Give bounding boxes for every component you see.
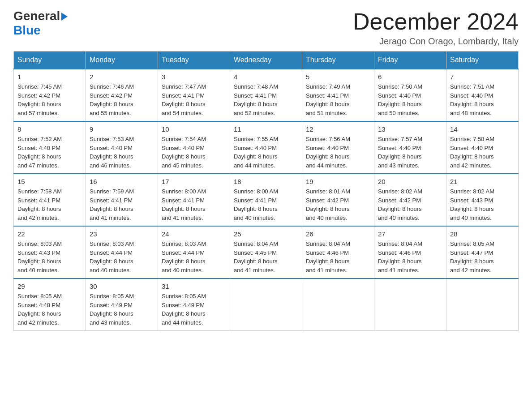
day-info: Sunrise: 8:02 AM Sunset: 4:43 PM Dayligh…	[450, 187, 515, 222]
calendar-cell: 10 Sunrise: 7:54 AM Sunset: 4:40 PM Dayl…	[158, 121, 230, 174]
location-subtitle: Jerago Con Orago, Lombardy, Italy	[353, 36, 519, 47]
day-info: Sunrise: 8:01 AM Sunset: 4:42 PM Dayligh…	[306, 187, 370, 222]
calendar-cell: 7 Sunrise: 7:51 AM Sunset: 4:40 PM Dayli…	[446, 69, 519, 121]
calendar-cell	[230, 278, 302, 331]
calendar-cell: 26 Sunrise: 8:04 AM Sunset: 4:46 PM Dayl…	[302, 226, 374, 278]
day-info: Sunrise: 7:55 AM Sunset: 4:40 PM Dayligh…	[234, 135, 298, 170]
calendar-cell: 19 Sunrise: 8:01 AM Sunset: 4:42 PM Dayl…	[302, 174, 374, 226]
day-info: Sunrise: 7:45 AM Sunset: 4:42 PM Dayligh…	[17, 82, 82, 117]
day-info: Sunrise: 7:49 AM Sunset: 4:41 PM Dayligh…	[306, 82, 370, 117]
day-info: Sunrise: 7:58 AM Sunset: 4:40 PM Dayligh…	[450, 135, 515, 170]
calendar-cell: 21 Sunrise: 8:02 AM Sunset: 4:43 PM Dayl…	[446, 174, 519, 226]
calendar-cell	[446, 278, 519, 331]
title-section: December 2024 Jerago Con Orago, Lombardy…	[353, 9, 519, 47]
day-info: Sunrise: 8:03 AM Sunset: 4:44 PM Dayligh…	[162, 240, 226, 274]
day-number: 11	[234, 125, 298, 133]
weekday-header-thursday: Thursday	[302, 51, 374, 69]
day-info: Sunrise: 7:56 AM Sunset: 4:40 PM Dayligh…	[306, 135, 370, 170]
calendar-week-row: 8 Sunrise: 7:52 AM Sunset: 4:40 PM Dayli…	[14, 121, 519, 174]
day-number: 5	[306, 73, 370, 81]
day-number: 17	[162, 178, 226, 185]
calendar-cell: 9 Sunrise: 7:53 AM Sunset: 4:40 PM Dayli…	[86, 121, 158, 174]
day-number: 20	[378, 178, 442, 185]
logo: General Blue	[13, 9, 68, 38]
weekday-header-sunday: Sunday	[14, 51, 86, 69]
day-number: 1	[17, 73, 82, 81]
calendar-table: SundayMondayTuesdayWednesdayThursdayFrid…	[13, 51, 519, 331]
day-number: 21	[450, 178, 515, 185]
day-number: 12	[306, 125, 370, 133]
day-info: Sunrise: 8:03 AM Sunset: 4:43 PM Dayligh…	[17, 240, 82, 274]
day-number: 19	[306, 178, 370, 185]
day-info: Sunrise: 7:57 AM Sunset: 4:40 PM Dayligh…	[378, 135, 442, 170]
calendar-cell: 25 Sunrise: 8:04 AM Sunset: 4:45 PM Dayl…	[230, 226, 302, 278]
day-info: Sunrise: 8:04 AM Sunset: 4:46 PM Dayligh…	[378, 240, 442, 274]
day-number: 16	[90, 178, 154, 185]
day-number: 8	[17, 125, 82, 133]
calendar-cell	[374, 278, 446, 331]
weekday-header-tuesday: Tuesday	[158, 51, 230, 69]
calendar-week-row: 1 Sunrise: 7:45 AM Sunset: 4:42 PM Dayli…	[14, 69, 519, 121]
day-info: Sunrise: 7:59 AM Sunset: 4:41 PM Dayligh…	[90, 187, 154, 222]
day-info: Sunrise: 7:48 AM Sunset: 4:41 PM Dayligh…	[234, 82, 298, 117]
day-number: 24	[162, 230, 226, 238]
day-number: 15	[17, 178, 82, 185]
calendar-cell: 30 Sunrise: 8:05 AM Sunset: 4:49 PM Dayl…	[86, 278, 158, 331]
weekday-header-saturday: Saturday	[446, 51, 519, 69]
day-info: Sunrise: 7:51 AM Sunset: 4:40 PM Dayligh…	[450, 82, 515, 117]
day-number: 31	[162, 283, 226, 290]
weekday-header-wednesday: Wednesday	[230, 51, 302, 69]
calendar-cell: 27 Sunrise: 8:04 AM Sunset: 4:46 PM Dayl…	[374, 226, 446, 278]
day-number: 30	[90, 283, 154, 290]
calendar-cell: 18 Sunrise: 8:00 AM Sunset: 4:41 PM Dayl…	[230, 174, 302, 226]
weekday-header-monday: Monday	[86, 51, 158, 69]
day-info: Sunrise: 7:46 AM Sunset: 4:42 PM Dayligh…	[90, 82, 154, 117]
calendar-cell: 3 Sunrise: 7:47 AM Sunset: 4:41 PM Dayli…	[158, 69, 230, 121]
calendar-week-row: 29 Sunrise: 8:05 AM Sunset: 4:48 PM Dayl…	[14, 278, 519, 331]
day-number: 26	[306, 230, 370, 238]
logo-general-text: General	[13, 9, 60, 23]
calendar-cell: 14 Sunrise: 7:58 AM Sunset: 4:40 PM Dayl…	[446, 121, 519, 174]
day-number: 22	[17, 230, 82, 238]
day-info: Sunrise: 7:54 AM Sunset: 4:40 PM Dayligh…	[162, 135, 226, 170]
day-info: Sunrise: 7:53 AM Sunset: 4:40 PM Dayligh…	[90, 135, 154, 170]
day-info: Sunrise: 8:00 AM Sunset: 4:41 PM Dayligh…	[162, 187, 226, 222]
calendar-cell	[302, 278, 374, 331]
day-info: Sunrise: 8:03 AM Sunset: 4:44 PM Dayligh…	[90, 240, 154, 274]
day-info: Sunrise: 7:58 AM Sunset: 4:41 PM Dayligh…	[17, 187, 82, 222]
calendar-cell: 29 Sunrise: 8:05 AM Sunset: 4:48 PM Dayl…	[14, 278, 86, 331]
day-info: Sunrise: 8:04 AM Sunset: 4:46 PM Dayligh…	[306, 240, 370, 274]
day-info: Sunrise: 7:50 AM Sunset: 4:40 PM Dayligh…	[378, 82, 442, 117]
day-info: Sunrise: 8:04 AM Sunset: 4:45 PM Dayligh…	[234, 240, 298, 274]
day-number: 18	[234, 178, 298, 185]
logo-blue-text: Blue	[13, 23, 41, 37]
day-info: Sunrise: 8:05 AM Sunset: 4:47 PM Dayligh…	[450, 240, 515, 274]
calendar-cell: 6 Sunrise: 7:50 AM Sunset: 4:40 PM Dayli…	[374, 69, 446, 121]
day-number: 27	[378, 230, 442, 238]
page-header: General Blue December 2024 Jerago Con Or…	[13, 9, 519, 47]
calendar-cell: 5 Sunrise: 7:49 AM Sunset: 4:41 PM Dayli…	[302, 69, 374, 121]
day-number: 13	[378, 125, 442, 133]
day-number: 9	[90, 125, 154, 133]
weekday-header-friday: Friday	[374, 51, 446, 69]
calendar-cell: 2 Sunrise: 7:46 AM Sunset: 4:42 PM Dayli…	[86, 69, 158, 121]
day-number: 25	[234, 230, 298, 238]
day-info: Sunrise: 8:05 AM Sunset: 4:48 PM Dayligh…	[17, 292, 82, 327]
day-number: 28	[450, 230, 515, 238]
day-number: 4	[234, 73, 298, 81]
day-number: 7	[450, 73, 515, 81]
day-info: Sunrise: 8:05 AM Sunset: 4:49 PM Dayligh…	[162, 292, 226, 327]
day-number: 29	[17, 283, 82, 290]
calendar-cell: 31 Sunrise: 8:05 AM Sunset: 4:49 PM Dayl…	[158, 278, 230, 331]
calendar-cell: 15 Sunrise: 7:58 AM Sunset: 4:41 PM Dayl…	[14, 174, 86, 226]
calendar-cell: 13 Sunrise: 7:57 AM Sunset: 4:40 PM Dayl…	[374, 121, 446, 174]
day-number: 2	[90, 73, 154, 81]
day-number: 10	[162, 125, 226, 133]
day-info: Sunrise: 8:02 AM Sunset: 4:42 PM Dayligh…	[378, 187, 442, 222]
calendar-cell: 17 Sunrise: 8:00 AM Sunset: 4:41 PM Dayl…	[158, 174, 230, 226]
calendar-cell: 1 Sunrise: 7:45 AM Sunset: 4:42 PM Dayli…	[14, 69, 86, 121]
day-info: Sunrise: 7:52 AM Sunset: 4:40 PM Dayligh…	[17, 135, 82, 170]
calendar-cell: 24 Sunrise: 8:03 AM Sunset: 4:44 PM Dayl…	[158, 226, 230, 278]
calendar-week-row: 22 Sunrise: 8:03 AM Sunset: 4:43 PM Dayl…	[14, 226, 519, 278]
day-number: 6	[378, 73, 442, 81]
